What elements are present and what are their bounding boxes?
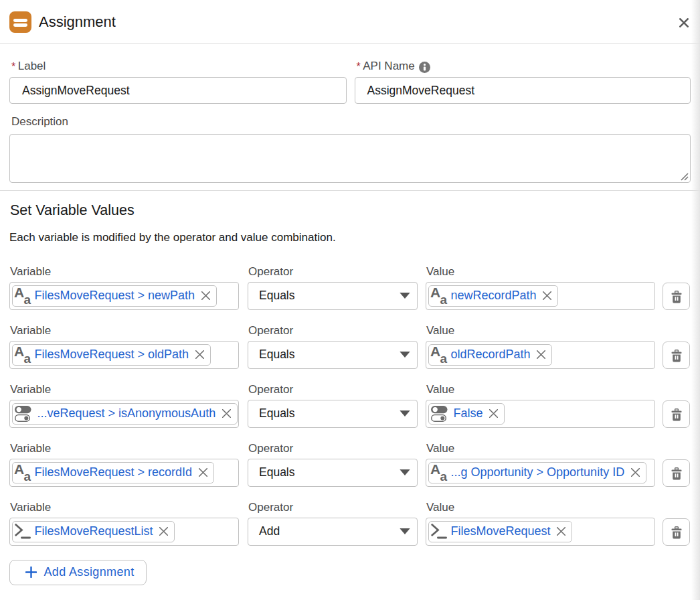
svg-text:a: a (440, 469, 448, 483)
svg-text:a: a (440, 351, 448, 365)
svg-text:a: a (24, 469, 31, 483)
svg-text:a: a (24, 351, 31, 365)
svg-text:A: A (14, 343, 24, 358)
svg-text:A: A (430, 343, 440, 358)
svg-text:A: A (430, 284, 440, 299)
svg-text:A: A (430, 461, 440, 476)
svg-text:A: A (14, 284, 24, 299)
svg-text:a: a (24, 292, 31, 306)
svg-text:a: a (440, 292, 448, 306)
svg-text:A: A (14, 461, 24, 476)
